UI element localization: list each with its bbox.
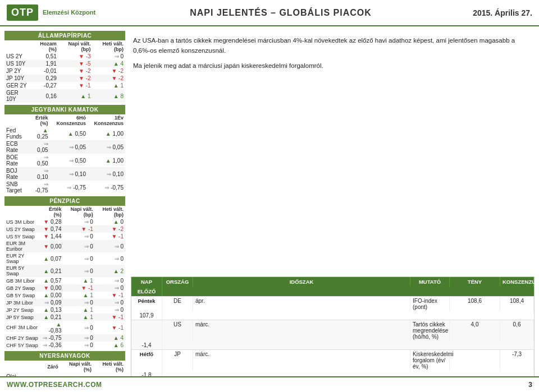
row-napi: ▼ -1 [63, 225, 94, 233]
table-row: BOE Rate ⇒ 0,50 ⇒ 0,50 ▲ 1,00 [4, 154, 125, 167]
otp-logo: otp [7, 4, 38, 21]
arrow-neutral-icon: ⇒ [115, 278, 119, 284]
right-para1: Az USA-ban a tartós cikkek megrendelései… [133, 35, 532, 56]
row-heti: ▲ 4 [93, 60, 125, 67]
row-elöző: -1,4 [131, 341, 162, 349]
row-ertek: ⇒ -0,36 [40, 342, 63, 349]
nyersanyagok-col-name [4, 361, 32, 373]
row-idoszak: márc. [193, 350, 410, 371]
row-ertek: ▼ 0,00 [40, 284, 63, 292]
allampapir-col-napi: Napi vált. (bp) [58, 40, 93, 53]
arrow-neutral-icon: ⇒ [43, 342, 47, 348]
col-konszenzus: KONSZENZUS [500, 277, 534, 287]
table-row: SNB Target ⇒ -0,75 ⇒ -0,75 ⇒ -0,75 [4, 181, 125, 194]
row-konszenzus: 108,4 [500, 297, 534, 311]
left-panel: Állampapírpiac Hozam (%) Napi vált. (bp)… [4, 31, 125, 392]
row-label: GB 3M Libor [4, 277, 40, 284]
table-row: EUR 2Y Swap ▲ 0,07 ⇒ 0 ⇒ 0 [4, 252, 125, 265]
arrow-up-icon: ▲ [80, 93, 86, 99]
row-label: GB 2Y Swap [4, 284, 40, 292]
row-teny [450, 350, 500, 371]
row-onev: ⇒ -0,75 [88, 181, 125, 194]
allampapir-col-name [4, 40, 30, 53]
allampapir-header: Állampapírpiac [4, 31, 125, 40]
arrow-neutral-icon: ⇒ [84, 219, 89, 225]
row-napi: ▼ -2 [58, 75, 93, 82]
nyersanyagok-col-napi: Napi vált. (%) [60, 361, 93, 373]
allampapir-col-hozam: Hozam (%) [30, 40, 58, 53]
row-heti: ▲ 8 [93, 89, 125, 103]
table-row: Fed Funds ▲ 0,25 ▲ 0,50 ▲ 1,00 [4, 127, 125, 140]
row-hozam: -0,01 [30, 67, 58, 75]
arrow-neutral-icon: ⇒ [107, 144, 111, 150]
row-elöző: 107,9 [131, 311, 162, 320]
arrow-up-icon: ▲ [113, 268, 119, 274]
table-row: US 5Y Swap ▼ 1,44 ⇒ 0 ▼ -1 [4, 233, 125, 240]
row-sixmo: ⇒ 0,50 [50, 154, 88, 167]
row-ertek: ▲ 0,00 [40, 292, 63, 299]
row-label: US 2Y [4, 53, 30, 60]
arrow-up-icon: ▲ [113, 93, 119, 99]
row-orszag: DE [162, 297, 193, 311]
arrow-neutral-icon: ⇒ [84, 268, 89, 274]
allampapir-col-heti: Heti vált. (bp) [93, 40, 125, 53]
row-napi: ⇒ 0 [63, 265, 94, 277]
row-teny: 108,6 [450, 297, 500, 311]
row-heti: ⇒ 0 [95, 252, 125, 265]
row-mutato: Tartós cikkek megrendelése (hó/hó, %) [410, 320, 450, 341]
jegybanki-col-onev: 1Év Konszenzus [88, 114, 125, 127]
arrow-neutral-icon: ⇒ [84, 335, 89, 341]
row-napi: ⇒ 0 [63, 334, 94, 342]
row-label: JP 3M Libor [4, 299, 40, 306]
row-heti: ▼ -1 [95, 292, 125, 299]
arrow-up-icon: ▲ [43, 268, 49, 274]
row-heti: ▲ 6 [95, 342, 125, 349]
penzpiac-table: Érték (%) Napi vált. (bp) Heti vált. (bp… [4, 206, 125, 349]
row-heti: ▼ -2 [93, 75, 125, 82]
row-ertek: ▲ 0,21 [40, 265, 63, 277]
row-heti: ▼ -1 [95, 313, 125, 321]
page-footer: www.OtpResearch.com 3 [0, 376, 539, 392]
table-row: BOJ Rate ⇒ 0,10 ⇒ 0,10 ⇒ 0,10 [4, 167, 125, 181]
row-label: SNB Target [4, 181, 29, 194]
arrow-up-icon: ▲ [83, 314, 89, 320]
penzpiac-col-ertek: Érték (%) [40, 206, 63, 218]
nyersanyagok-col-zaro: Záró [32, 361, 60, 373]
row-label: CHF 3M Libor [4, 321, 40, 334]
arrow-up-icon: ▲ [43, 307, 49, 313]
table-row: US 2Y 0,51 ▼ -3 ⇒ 0 [4, 53, 125, 60]
arrow-down-icon: ▼ [81, 285, 86, 291]
table-row: JP 10Y 0,29 ▼ -2 ▼ -2 [4, 75, 125, 82]
row-napi: ▲ 1 [63, 313, 94, 321]
table-row: CHF 2Y Swap ⇒ -0,75 ⇒ 0 ▲ 4 [4, 334, 125, 342]
row-hozam: -0,27 [30, 82, 58, 89]
row-ertek: ▼ 0,74 [40, 225, 63, 233]
row-label: EUR 2Y Swap [4, 252, 40, 265]
arrow-down-icon: ▼ [43, 243, 49, 250]
arrow-down-icon: ▼ [111, 75, 117, 81]
jegybanki-table: Érték (%) 6Hó Konszenzus 1Év Konszenzus … [4, 114, 125, 194]
penzpiac-col-name [4, 206, 40, 218]
row-sixmo: ⇒ 0,10 [50, 167, 88, 181]
penzpiac-header: Pénzpiac [4, 196, 125, 206]
table-row: JP 2Y Swap ▲ 0,13 ▲ 1 ⇒ 0 [4, 306, 125, 313]
col-orszag: ORSZÁG [162, 277, 193, 287]
arrow-neutral-icon: ⇒ [69, 144, 74, 150]
table-row: EUR 5Y Swap ▲ 0,21 ⇒ 0 ▲ 2 [4, 265, 125, 277]
row-heti: ⇒ 0 [95, 306, 125, 313]
arrow-up-icon: ▲ [113, 342, 119, 348]
row-ertek: ⇒ 0,05 [29, 140, 49, 154]
row-heti: ▲ 4 [95, 334, 125, 342]
row-label: GER 2Y [4, 82, 30, 89]
row-ertek: ⇒ 0,10 [29, 167, 49, 181]
arrow-neutral-icon: ⇒ [44, 154, 48, 160]
arrow-down-icon: ▼ [43, 285, 49, 291]
arrow-neutral-icon: ⇒ [69, 171, 74, 177]
penzpiac-col-heti: Heti vált. (bp) [95, 206, 125, 218]
header-date: 2015. Április 27. [431, 8, 532, 17]
row-label: JP 5Y Swap [4, 313, 40, 321]
row-ertek: ▲ 0,13 [40, 306, 63, 313]
row-napi: ⇒ 0 [63, 233, 94, 240]
row-konszenzus: -7,3 [500, 350, 534, 371]
row-ertek: ▼ 0,00 [40, 240, 63, 252]
